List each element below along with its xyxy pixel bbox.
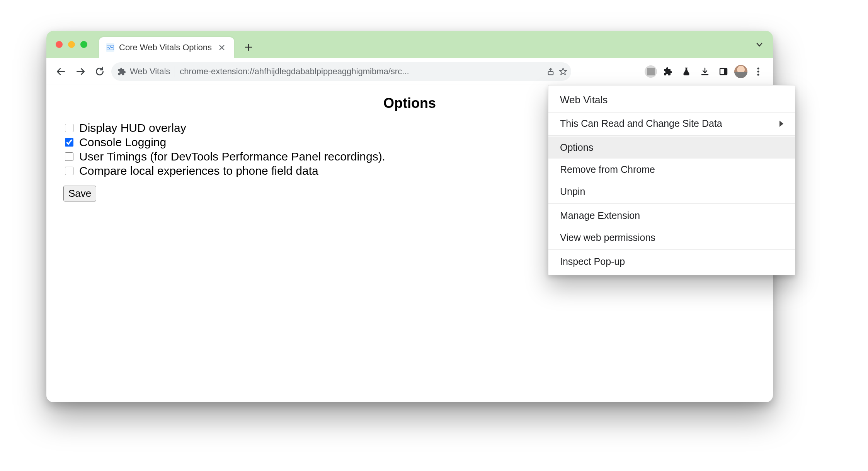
window-zoom-button[interactable] <box>80 41 87 48</box>
tab-close-button[interactable] <box>216 42 227 53</box>
context-menu-item[interactable]: Options <box>548 137 795 159</box>
tab-strip: Core Web Vitals Options <box>46 31 773 58</box>
forward-button[interactable] <box>73 64 88 79</box>
svg-point-10 <box>757 67 759 69</box>
back-button[interactable] <box>53 64 69 79</box>
option-checkbox[interactable] <box>65 167 73 175</box>
site-label: Web Vitals <box>130 67 170 77</box>
extension-icon <box>117 67 126 76</box>
option-label: Compare local experiences to phone field… <box>79 164 318 177</box>
context-menu-item[interactable]: Unpin <box>548 181 795 203</box>
tab-title: Core Web Vitals Options <box>119 43 212 53</box>
address-bar[interactable]: Web Vitals chrome-extension://ahfhijdleg… <box>111 62 571 81</box>
share-icon[interactable] <box>546 67 555 76</box>
option-label: Console Logging <box>79 136 166 149</box>
option-label: Display HUD overlay <box>79 121 186 135</box>
option-checkbox[interactable] <box>65 138 73 147</box>
tab-favicon <box>106 43 114 52</box>
extensions-button[interactable] <box>660 64 676 79</box>
omnibox-divider <box>175 66 175 77</box>
context-menu-item-label: View web permissions <box>560 232 655 243</box>
svg-point-12 <box>757 73 759 75</box>
context-menu-item[interactable]: View web permissions <box>548 227 795 249</box>
context-menu-item-label: This Can Read and Change Site Data <box>560 118 722 129</box>
context-menu-item-label: Manage Extension <box>560 210 640 221</box>
context-menu-item[interactable]: Inspect Pop-up <box>548 251 795 273</box>
extension-context-menu: Web Vitals This Can Read and Change Site… <box>548 85 795 275</box>
context-menu-header: Web Vitals <box>548 88 795 113</box>
labs-button[interactable] <box>679 64 694 79</box>
context-menu-item-label: Remove from Chrome <box>560 164 655 175</box>
url-text: chrome-extension://ahfhijdlegdabablpippe… <box>180 67 542 77</box>
option-checkbox[interactable] <box>65 124 73 132</box>
reload-button[interactable] <box>92 64 107 79</box>
webvitals-extension-action[interactable] <box>645 65 657 78</box>
context-menu-separator <box>548 135 795 136</box>
context-menu-separator <box>548 203 795 204</box>
window-controls <box>50 41 99 48</box>
side-panel-button[interactable] <box>716 64 731 79</box>
context-menu-item-label: Inspect Pop-up <box>560 256 625 267</box>
bookmark-star-icon[interactable] <box>559 67 567 76</box>
option-checkbox[interactable] <box>65 152 73 161</box>
save-button[interactable]: Save <box>63 186 96 201</box>
context-menu-item[interactable]: Manage Extension <box>548 205 795 227</box>
window-minimize-button[interactable] <box>68 41 75 48</box>
site-info-button[interactable]: Web Vitals <box>117 67 170 77</box>
toolbar: Web Vitals chrome-extension://ahfhijdleg… <box>46 58 773 85</box>
profile-avatar[interactable] <box>734 65 747 78</box>
context-menu-item[interactable]: This Can Read and Change Site Data <box>548 113 795 135</box>
browser-tab[interactable]: Core Web Vitals Options <box>99 37 234 58</box>
context-menu-item[interactable]: Remove from Chrome <box>548 159 795 181</box>
svg-point-11 <box>757 70 759 72</box>
tab-search-button[interactable] <box>754 39 765 50</box>
downloads-button[interactable] <box>697 64 713 79</box>
chevron-right-icon <box>779 121 783 127</box>
svg-rect-5 <box>548 72 553 75</box>
option-label: User Timings (for DevTools Performance P… <box>79 150 385 163</box>
new-tab-button[interactable] <box>240 39 257 55</box>
chrome-menu-button[interactable] <box>751 64 766 79</box>
context-menu-separator <box>548 249 795 250</box>
svg-rect-9 <box>724 68 727 75</box>
svg-marker-6 <box>560 68 567 74</box>
context-menu-item-label: Options <box>560 142 593 153</box>
window-close-button[interactable] <box>56 41 63 48</box>
context-menu-item-label: Unpin <box>560 186 585 197</box>
